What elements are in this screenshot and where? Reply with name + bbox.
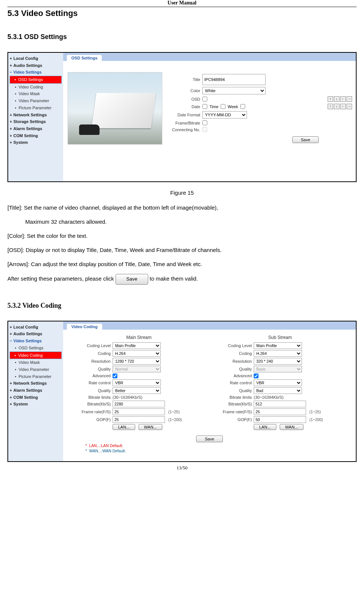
date-checkbox[interactable] [202,104,207,109]
nav-osd-settings-active[interactable]: •OSD Settings [10,76,62,84]
framebitrate-checkbox[interactable] [202,120,207,125]
nav-video[interactable]: −Video Settings [10,337,62,345]
sub-quality2-select[interactable]: Bad [254,387,302,394]
color-select[interactable]: White [202,87,266,94]
connecting-no-checkbox[interactable] [202,127,207,132]
sub-gop-label: GOP(F) [215,417,252,422]
title-input[interactable] [202,74,266,85]
sub-gop-hint: (1~200) [309,417,323,422]
sub-rate-select[interactable]: VBR [254,379,302,386]
arrow-right-icon[interactable]: → [347,96,352,102]
sub-rate-label: Rate control [215,381,252,385]
dateformat-select[interactable]: YYYY-MM-DD [202,111,247,119]
osd-arrow-group: ↑ ↓ ← → [328,96,352,102]
sub-frate-label: Frame rate(F/S) [215,410,252,414]
main-clevel-select[interactable]: Main Profile [113,342,161,349]
sub-lan-button[interactable]: LAN... [254,424,276,430]
nav-alarm-settings[interactable]: +Alarm Settings [10,387,62,394]
desc-title-2: Maximum 32 characters allowed. [7,217,357,226]
nav-video-parameter[interactable]: •Video Parameter [10,366,62,373]
vc-tab[interactable]: Video Coding [67,324,102,330]
arrow-down-icon[interactable]: ↓ [334,96,339,102]
osd-tab[interactable]: OSD Settings [67,55,102,61]
sub-frate-input[interactable] [254,408,306,415]
sub-wan-button[interactable]: WAN... [280,424,303,430]
sub-res-label: Resolution [215,359,252,363]
nav-picture-parameter[interactable]: •Picture Parameter [10,104,62,111]
nav-picture-parameter[interactable]: •Picture Parameter [10,373,62,380]
framebitrate-label: Frame/Bitrate [166,121,200,125]
main-adv-checkbox[interactable] [113,374,117,378]
main-quality2-select[interactable]: Better [113,387,161,394]
main-coding-select[interactable]: H.264 [113,350,161,357]
main-gop-input[interactable] [113,416,165,423]
main-stream-col: Main Stream Coding LevelMain Profile Cod… [74,335,204,431]
nav-alarm-settings[interactable]: +Alarm Settings [10,125,62,132]
osd-checkbox[interactable] [202,97,207,101]
nav-system[interactable]: +System [10,401,62,408]
arrow-up-icon[interactable]: ↑ [328,104,333,109]
osd-form: Title Color White OSD ↑ ↓ ← [166,72,352,145]
nav-storage-settings[interactable]: +Storage Settings [10,118,62,125]
sub-gop-input[interactable] [254,416,306,423]
desc-title: [Title]: Set the name of video channel, … [7,203,357,212]
figure-15-caption: Figure 15 [7,190,357,196]
main-quality-label: Quality [74,367,111,371]
nav-com-setting[interactable]: +COM Setting [10,132,62,139]
arrow-left-icon[interactable]: ← [340,104,346,109]
time-checkbox[interactable] [221,104,225,109]
nav-network-settings[interactable]: +Network Settings [10,111,62,119]
sub-blimits-value: (30~16384Kb/S) [254,395,283,400]
nav-system[interactable]: +System [10,139,62,146]
nav-sidebar-vc: +Local Config +Audio Settings −Video Set… [8,321,63,461]
sub-coding-select[interactable]: H.264 [254,350,302,357]
nav-local-config[interactable]: +Local Config [10,55,62,62]
osd-screenshot: +Local Config +Audio Settings −Video Set… [7,52,357,182]
sub-bitrate-label: Bitrate(Kb/S) [215,402,252,406]
week-checkbox[interactable] [240,104,245,109]
osd-save-button[interactable]: Save [292,136,319,143]
vc-screenshot: +Local Config +Audio Settings −Video Set… [7,321,357,462]
main-bitrate-input[interactable] [113,401,165,407]
nav-network-settings[interactable]: +Network Settings [10,380,62,387]
nav-video-mask[interactable]: •Video Mask [10,90,62,97]
sub-frate-hint: (1~25) [309,410,321,414]
main-frate-input[interactable] [113,408,165,415]
osd-label: OSD [166,97,200,101]
sub-adv-checkbox[interactable] [254,374,259,378]
main-blimits-value: (30~16384Kb/S) [113,395,142,400]
sub-bitrate-input[interactable] [254,401,306,407]
nav-video-parameter[interactable]: •Video Parameter [10,97,62,104]
main-rate-select[interactable]: VBR [113,379,161,386]
arrow-right-icon[interactable]: → [347,104,352,109]
sub-blimits-label: Bitrate limits [215,395,252,400]
arrow-up-icon[interactable]: ↑ [328,96,333,102]
nav-audio-settings[interactable]: +Audio Settings [10,62,62,69]
main-wan-button[interactable]: WAN... [139,424,162,430]
main-clevel-label: Coding Level [74,343,111,348]
nav-local[interactable]: +Local Config [10,324,62,331]
nav-video-settings[interactable]: −Video Settings [10,69,62,76]
sub-res-select[interactable]: 320 * 240 [254,358,302,365]
color-label: Color [166,88,200,93]
main-lan-button[interactable]: LAN... [113,424,135,430]
save-button-illustration: Save [116,274,148,285]
arrow-down-icon[interactable]: ↓ [334,104,339,109]
section-heading-5-3: 5.3 Video Settings [7,9,357,18]
main-stream-header: Main Stream [74,335,204,340]
main-res-select[interactable]: 1280 * 720 [113,358,161,365]
osd-main-panel: OSD Settings Title Color White OSD [63,53,356,181]
vc-save-button[interactable]: Save [196,436,222,442]
desc-arrows: [Arrows]: Can adjust the text display po… [7,260,357,269]
main-bitrate-label: Bitrate(Kb/S) [74,402,111,406]
nav-video-coding[interactable]: •Video Coding [10,84,62,91]
sub-quality-label: Quality [215,367,252,371]
dateformat-label: Date Format [166,113,200,117]
sub-clevel-select[interactable]: Main Profile [254,342,302,349]
nav-video-coding-active[interactable]: •Video Coding [10,352,62,359]
nav-video-mask[interactable]: •Video Mask [10,359,62,366]
nav-com-setting[interactable]: +COM Setting [10,394,62,401]
arrow-left-icon[interactable]: ← [340,96,346,102]
nav-audio[interactable]: +Audio Settings [10,330,62,337]
nav-osd-settings[interactable]: •OSD Settings [10,345,62,352]
